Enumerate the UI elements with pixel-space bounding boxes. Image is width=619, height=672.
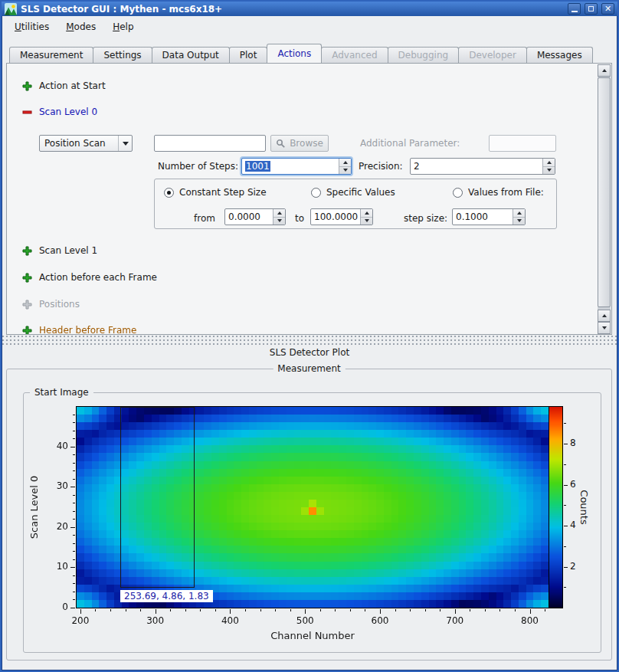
y-minor-tick <box>73 511 75 512</box>
y-minor-tick <box>73 470 75 471</box>
y-minor-tick <box>73 551 75 552</box>
y-minor-tick <box>73 415 75 415</box>
number-of-steps-label: Number of Steps: <box>99 161 238 173</box>
colorbar-minor-tick <box>564 423 566 424</box>
step-size-spinbox[interactable]: 0.1000 <box>452 208 526 225</box>
y-tick-label: 30 <box>43 480 68 491</box>
x-tick-label: 600 <box>365 615 395 626</box>
colorbar-minor-tick <box>564 505 566 506</box>
step-size-spin-buttons[interactable] <box>513 209 525 225</box>
start-image-group-title: Start Image <box>30 387 93 398</box>
y-minor-tick <box>73 503 75 503</box>
x-minor-tick <box>290 609 291 611</box>
y-tick-label: 10 <box>43 561 68 572</box>
tab-plot[interactable]: Plot <box>229 47 268 63</box>
browse-label: Browse <box>290 138 323 149</box>
tab-data-output[interactable]: Data Output <box>152 47 230 63</box>
scroll-up-button[interactable] <box>598 64 611 77</box>
expand-plus-icon[interactable] <box>22 81 32 91</box>
expand-plus-icon[interactable] <box>22 246 32 256</box>
precision-spin-buttons[interactable] <box>542 159 555 174</box>
expand-plus-icon[interactable] <box>22 273 32 283</box>
x-minor-tick <box>126 609 126 611</box>
tab-measurement[interactable]: Measurement <box>9 47 93 63</box>
header-before-frame-row[interactable]: Header before Frame <box>22 324 136 335</box>
number-of-steps-spin-buttons[interactable] <box>339 159 351 174</box>
menu-utilities[interactable]: Utilities <box>8 18 56 35</box>
tab-advanced: Advanced <box>321 47 388 63</box>
tab-debugging: Debugging <box>388 47 460 63</box>
menu-help[interactable]: Help <box>106 18 140 35</box>
values-from-file-radio[interactable]: Values from File: <box>453 186 544 198</box>
x-major-tick <box>455 609 456 614</box>
from-spin-buttons[interactable] <box>273 209 285 225</box>
x-minor-tick <box>410 609 411 611</box>
menu-modes[interactable]: Modes <box>59 18 103 35</box>
colorbar-major-tick <box>564 526 568 526</box>
close-button[interactable]: ✕ <box>601 3 614 15</box>
y-minor-tick <box>73 422 75 423</box>
colorbar-minor-tick <box>564 587 566 588</box>
x-minor-tick <box>275 609 276 611</box>
radio-icon[interactable] <box>453 188 463 198</box>
y-tick-label: 40 <box>43 441 68 451</box>
to-spinbox[interactable]: 100.0000 <box>310 208 373 225</box>
precision-spinbox[interactable]: 2 <box>410 158 555 175</box>
close-icon: ✕ <box>604 5 611 13</box>
x-minor-tick <box>425 609 426 611</box>
tab-settings[interactable]: Settings <box>93 47 152 63</box>
tab-messages[interactable]: Messages <box>526 47 593 63</box>
step-options-groupbox: Constant Step Size Specific Values Value… <box>154 179 557 229</box>
x-tick-label: 800 <box>515 615 545 626</box>
x-tick-label: 500 <box>290 615 320 626</box>
scroll-down-button[interactable] <box>598 322 611 334</box>
scroll-up-button-2[interactable] <box>598 310 611 322</box>
colorbar-major-tick <box>564 567 568 568</box>
positions-row: Positions <box>22 298 80 310</box>
to-value[interactable]: 100.0000 <box>311 209 360 225</box>
precision-value[interactable]: 2 <box>411 159 542 174</box>
x-major-tick <box>230 609 231 614</box>
x-minor-tick <box>185 609 186 611</box>
scan-level-0-row[interactable]: Scan Level 0 <box>22 106 97 118</box>
scrollbar-thumb[interactable] <box>598 77 611 307</box>
x-minor-tick <box>260 609 261 611</box>
x-axis-title: Channel Number <box>77 630 549 641</box>
colorbar-major-tick <box>564 485 568 486</box>
maximize-button[interactable] <box>585 3 598 15</box>
x-major-tick <box>380 609 381 614</box>
y-tick-label: 20 <box>43 521 68 532</box>
scan-mode-dropdown[interactable]: Position Scan <box>39 135 133 152</box>
radio-selected-icon[interactable] <box>164 188 174 198</box>
to-spin-buttons[interactable] <box>360 209 372 225</box>
vertical-scrollbar[interactable] <box>598 64 611 334</box>
y-minor-tick <box>73 495 75 496</box>
colorbar-tick-label: 4 <box>570 520 576 530</box>
action-before-frame-row[interactable]: Action before each Frame <box>22 271 157 284</box>
from-value[interactable]: 0.0000 <box>225 209 273 225</box>
y-minor-tick <box>73 599 75 600</box>
x-minor-tick <box>335 609 336 611</box>
y-minor-tick <box>73 543 75 544</box>
title-bar[interactable]: SLS Detector GUI : Mythen - mcs6x18+ ✕ <box>2 2 617 16</box>
scan-script-input[interactable] <box>154 135 266 152</box>
scan-level-1-row[interactable]: Scan Level 1 <box>22 244 97 257</box>
minimize-button[interactable] <box>568 3 581 15</box>
specific-values-radio[interactable]: Specific Values <box>311 186 395 198</box>
x-minor-tick <box>499 609 500 611</box>
from-spinbox[interactable]: 0.0000 <box>224 208 286 225</box>
splitter-handle[interactable] <box>2 335 617 346</box>
constant-step-size-radio[interactable]: Constant Step Size <box>164 186 267 198</box>
tab-actions[interactable]: Actions <box>267 44 322 63</box>
number-of-steps-value[interactable]: 1001 <box>245 161 270 172</box>
step-size-value[interactable]: 0.1000 <box>453 209 513 225</box>
collapse-minus-icon[interactable] <box>22 107 32 117</box>
radio-icon[interactable] <box>311 188 321 198</box>
action-at-start-row[interactable]: Action at Start <box>22 80 106 92</box>
y-minor-tick <box>73 575 75 576</box>
expand-plus-icon[interactable] <box>22 326 32 336</box>
window-title: SLS Detector GUI : Mythen - mcs6x18+ <box>21 4 564 15</box>
y-axis-title: Scan Level 0 <box>28 476 40 539</box>
number-of-steps-spinbox[interactable]: 1001 <box>241 158 352 175</box>
actions-tab-panel: Action at Start Scan Level 0 Position Sc… <box>6 63 612 335</box>
